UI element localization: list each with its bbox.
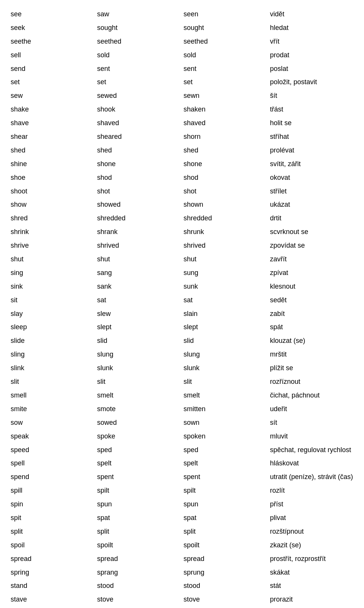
table-cell: shrunk <box>182 226 268 238</box>
table-cell: udeřit <box>268 404 355 415</box>
table-cell: shredded <box>182 213 268 224</box>
table-cell: sung <box>182 267 268 279</box>
table-cell: plivat <box>268 512 355 524</box>
table-cell: spin <box>9 499 96 510</box>
table-cell: shrived <box>96 240 182 251</box>
table-cell: spoil <box>9 540 96 551</box>
table-cell: klesnout <box>268 281 355 292</box>
table-cell: položit, postavit <box>268 77 355 88</box>
table-cell: zavřít <box>268 254 355 265</box>
table-cell: sowed <box>96 417 182 429</box>
table-cell: shrink <box>9 226 96 238</box>
table-cell: spell <box>9 458 96 469</box>
table-row: shredshreddedshreddeddrtit <box>9 212 355 225</box>
table-row: spoilspoiltspoiltzkazit (se) <box>9 539 355 552</box>
table-cell: spoken <box>182 431 268 442</box>
table-cell: slain <box>182 308 268 320</box>
table-row: spreadspreadspreadprostřít, rozprostřít <box>9 552 355 566</box>
table-cell: sprung <box>182 567 268 578</box>
table-row: spinspunspunpříst <box>9 498 355 511</box>
table-cell: spill <box>9 485 96 496</box>
table-cell: shot <box>182 186 268 197</box>
table-row: shearshearedshornstříhat <box>9 130 355 144</box>
table-cell: sewn <box>182 90 268 102</box>
table-row: shriveshrivedshrivedzpovídat se <box>9 239 355 253</box>
table-cell: svítit, zářit <box>268 159 355 170</box>
table-cell: stát <box>268 580 355 592</box>
table-cell: sat <box>96 295 182 306</box>
table-cell: shaved <box>182 118 268 129</box>
table-cell: slide <box>9 335 96 347</box>
table-cell: slink <box>9 363 96 374</box>
table-cell: sunk <box>182 281 268 292</box>
table-cell: smote <box>96 404 182 415</box>
table-cell: střílet <box>268 186 355 197</box>
table-cell: spoilt <box>96 540 182 551</box>
table-cell: shook <box>96 104 182 115</box>
table-cell: sold <box>96 50 182 61</box>
table-cell: rozříznout <box>268 376 355 388</box>
table-cell: show <box>9 199 96 211</box>
table-cell: spread <box>96 553 182 565</box>
table-row: standstoodstoodstát <box>9 579 355 593</box>
table-cell: sit <box>9 295 96 306</box>
table-cell: slid <box>182 335 268 347</box>
table-cell: slit <box>96 376 182 388</box>
table-cell: spat <box>96 512 182 524</box>
table-cell: slay <box>9 308 96 320</box>
table-row: shedshedshedprolévat <box>9 144 355 157</box>
table-cell: split <box>96 526 182 537</box>
table-cell: sped <box>96 445 182 456</box>
table-cell: holit se <box>268 118 355 129</box>
table-cell: čichat, páchnout <box>268 390 355 401</box>
table-row: spellspeltspelthláskovat <box>9 457 355 470</box>
table-cell: saw <box>96 9 182 20</box>
table-cell: slunk <box>182 363 268 374</box>
table-cell: slew <box>96 308 182 320</box>
table-cell: sped <box>182 445 268 456</box>
table-row: sinksanksunkklesnout <box>9 280 355 294</box>
table-row: shutshutshutzavřít <box>9 253 355 266</box>
table-cell: shut <box>96 254 182 265</box>
table-cell: sought <box>96 22 182 34</box>
table-cell: spoilt <box>182 540 268 551</box>
table-cell: sít <box>268 417 355 429</box>
table-cell: shoe <box>9 172 96 184</box>
table-row: seetheseethedseethedvřít <box>9 35 355 49</box>
table-cell: seek <box>9 22 96 34</box>
table-cell: zabít <box>268 308 355 320</box>
table-cell: spát <box>268 322 355 333</box>
table-cell: speed <box>9 445 96 456</box>
table-row: singsangsungzpívat <box>9 266 355 280</box>
table-row: showshowedshownukázat <box>9 198 355 212</box>
table-cell: sewed <box>96 90 182 102</box>
table-cell: shone <box>182 159 268 170</box>
table-cell: slung <box>96 349 182 360</box>
table-cell: shaved <box>96 118 182 129</box>
table-cell: sought <box>182 22 268 34</box>
table-cell: shed <box>182 145 268 156</box>
table-cell: shave <box>9 118 96 129</box>
table-cell: sang <box>96 267 182 279</box>
table-cell: shine <box>9 159 96 170</box>
table-cell: shredded <box>96 213 182 224</box>
table-cell: shed <box>9 145 96 156</box>
table-cell: vřít <box>268 36 355 47</box>
table-cell: smite <box>9 404 96 415</box>
table-cell: shod <box>182 172 268 184</box>
table-cell: sink <box>9 281 96 292</box>
table-cell: stove <box>182 594 268 605</box>
table-cell: mrštit <box>268 349 355 360</box>
table-cell: prodat <box>268 50 355 61</box>
table-cell: spun <box>182 499 268 510</box>
table-cell: seethed <box>182 36 268 47</box>
table-cell: shot <box>96 186 182 197</box>
table-cell: zpovídat se <box>268 240 355 251</box>
table-cell: sell <box>9 50 96 61</box>
table-row: sewsewedsewnšít <box>9 89 355 103</box>
table-cell: seethed <box>96 36 182 47</box>
table-cell: slunk <box>96 363 182 374</box>
table-cell: spat <box>182 512 268 524</box>
table-cell: sprang <box>96 567 182 578</box>
table-cell: sank <box>96 281 182 292</box>
